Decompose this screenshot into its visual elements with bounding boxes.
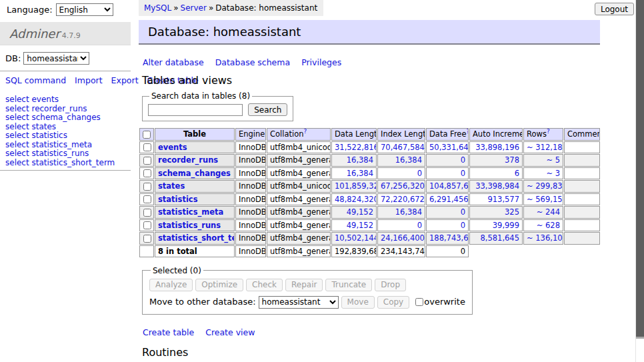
rows-count-link[interactable]: ~ 628 <box>537 221 560 230</box>
sidebar-table-link[interactable]: select recorder_runs <box>5 105 131 114</box>
data-free-link[interactable]: 50,331,648 <box>429 143 469 152</box>
auto-increment-link[interactable]: 33,898,196 <box>475 143 519 152</box>
sidebar-table-link[interactable]: select statistics_short_term <box>5 159 131 168</box>
auto-increment-link[interactable]: 8,581,645 <box>480 233 519 243</box>
sidebar-action-link[interactable]: Import <box>75 75 103 85</box>
data-free-link[interactable]: 188,743,680 <box>429 233 469 243</box>
table-name-link[interactable]: schema_changes <box>158 169 231 178</box>
table-name-link[interactable]: statistics_runs <box>158 221 221 230</box>
create-link[interactable]: Create view <box>205 327 255 337</box>
data-free-link[interactable]: 0 <box>461 155 465 165</box>
data-length-link[interactable]: 48,824,320 <box>335 195 377 204</box>
row-checkbox[interactable] <box>143 209 151 217</box>
sidebar-action-link[interactable]: Export <box>111 75 139 85</box>
breadcrumb-mysql-link[interactable]: MySQL <box>144 3 171 13</box>
help-link[interactable]: ? <box>547 128 550 135</box>
sidebar-table-link[interactable]: select statistics_runs <box>5 149 131 159</box>
index-length-link[interactable]: 16,384 <box>395 207 422 217</box>
table-name-link[interactable]: statistics_meta <box>158 207 223 217</box>
help-link[interactable]: ? <box>265 128 266 135</box>
auto-increment-link[interactable]: 378 <box>505 155 519 165</box>
data-length-link[interactable]: 16,384 <box>347 155 373 165</box>
rows-count-link[interactable]: ~ 244 <box>537 207 560 217</box>
data-length-link[interactable]: 49,152 <box>347 207 373 217</box>
scrollbar-thumb[interactable] <box>636 0 644 337</box>
breadcrumb-server-link[interactable]: Server <box>181 3 207 13</box>
sidebar-action-link[interactable]: SQL command <box>5 75 66 85</box>
sidebar-table-link[interactable]: select states <box>5 123 131 132</box>
breadcrumb-separator: » <box>209 3 213 13</box>
selected-buttons: AnalyzeOptimizeCheckRepairTruncateDrop <box>149 279 465 291</box>
database-action-link[interactable]: Database schema <box>215 57 290 67</box>
selected-action-button[interactable]: Truncate <box>325 279 372 291</box>
data-free-link[interactable]: 6,291,456 <box>429 195 469 204</box>
index-length-link[interactable]: 67,256,320 <box>381 181 425 191</box>
sidebar-table-link[interactable]: select schema_changes <box>5 113 131 123</box>
database-action-link[interactable]: Alter database <box>143 57 204 67</box>
scrollbar[interactable] <box>635 0 644 362</box>
data-length-link[interactable]: 49,152 <box>347 221 373 230</box>
rows-count-link[interactable]: ~ 569,159 <box>527 195 563 204</box>
data-length-link[interactable]: 101,859,328 <box>335 181 377 191</box>
rows-count-link[interactable]: ~ 136,108 <box>527 233 563 243</box>
row-checkbox[interactable] <box>143 143 151 151</box>
help-link[interactable]: ? <box>304 128 307 135</box>
selected-action-button[interactable]: Drop <box>375 279 406 291</box>
data-length-link[interactable]: 10,502,144 <box>335 233 377 243</box>
selected-action-button[interactable]: Analyze <box>149 279 193 291</box>
row-checkbox[interactable] <box>143 221 151 229</box>
database-action-link[interactable]: Privileges <box>301 57 341 67</box>
move-button[interactable]: Move <box>341 296 375 309</box>
sidebar-table-link[interactable]: select statistics_meta <box>5 141 131 150</box>
move-db-select[interactable]: homeassistant <box>259 296 339 309</box>
index-length-link[interactable]: 72,220,672 <box>381 195 425 204</box>
index-length-link[interactable]: 16,384 <box>395 155 422 165</box>
search-input[interactable] <box>148 104 243 116</box>
select-all-checkbox[interactable] <box>143 131 151 139</box>
data-length-link[interactable]: 31,522,816 <box>335 143 377 152</box>
data-length-link[interactable]: 16,384 <box>347 169 373 178</box>
db-select[interactable]: homeassistant <box>23 52 89 65</box>
logout-button[interactable]: Logout <box>595 3 634 15</box>
auto-increment-link[interactable]: 325 <box>505 207 519 217</box>
auto-increment-link[interactable]: 33,398,984 <box>475 181 519 191</box>
table-name-link[interactable]: events <box>158 143 187 152</box>
row-checkbox[interactable] <box>143 195 151 203</box>
engine-cell: InnoDB <box>235 154 266 167</box>
auto-increment-link[interactable]: 913,577 <box>487 195 519 204</box>
selected-action-button[interactable]: Optimize <box>195 279 243 291</box>
index-length-link[interactable]: 24,166,400 <box>381 233 425 243</box>
index-length-link[interactable]: 70,467,584 <box>381 143 425 152</box>
help-link[interactable]: ? <box>467 128 469 135</box>
row-checkbox[interactable] <box>143 157 151 165</box>
selected-action-button[interactable]: Repair <box>285 279 323 291</box>
create-link[interactable]: Create table <box>143 327 194 337</box>
sidebar-table-link[interactable]: select events <box>5 95 131 105</box>
copy-button[interactable]: Copy <box>377 296 409 309</box>
auto-increment-link[interactable]: 6 <box>515 169 519 178</box>
table-name-link[interactable]: statistics_short_term <box>158 233 235 243</box>
table-name-link[interactable]: statistics <box>158 195 198 204</box>
sidebar-table-link[interactable]: select statistics <box>5 131 131 141</box>
rows-count-link[interactable]: ~ 299,833 <box>527 181 563 191</box>
table-name-link[interactable]: states <box>158 181 185 191</box>
auto-increment-link[interactable]: 39,999 <box>493 221 519 230</box>
row-checkbox[interactable] <box>143 169 151 177</box>
rows-count-link[interactable]: ~ 5 <box>546 155 560 165</box>
table-name-link[interactable]: recorder_runs <box>158 155 218 165</box>
rows-count-link[interactable]: ~ 312,180 <box>527 143 563 152</box>
index-length-link[interactable]: 0 <box>417 169 422 178</box>
search-button[interactable]: Search <box>248 103 287 116</box>
data-free-link[interactable]: 0 <box>461 221 465 230</box>
row-checkbox[interactable] <box>143 183 151 191</box>
data-free-link[interactable]: 0 <box>461 207 465 217</box>
selected-action-button[interactable]: Check <box>246 279 283 291</box>
data-free-link[interactable]: 104,857,600 <box>429 181 469 191</box>
overwrite-checkbox[interactable] <box>415 298 423 306</box>
language-select[interactable]: English <box>56 3 113 16</box>
rows-count-link[interactable]: ~ 3 <box>546 169 560 178</box>
data-free-link[interactable]: 0 <box>461 169 465 178</box>
auto-increment-cell: 33,398,984 <box>469 180 523 193</box>
row-checkbox[interactable] <box>143 235 151 243</box>
index-length-link[interactable]: 0 <box>417 221 422 230</box>
